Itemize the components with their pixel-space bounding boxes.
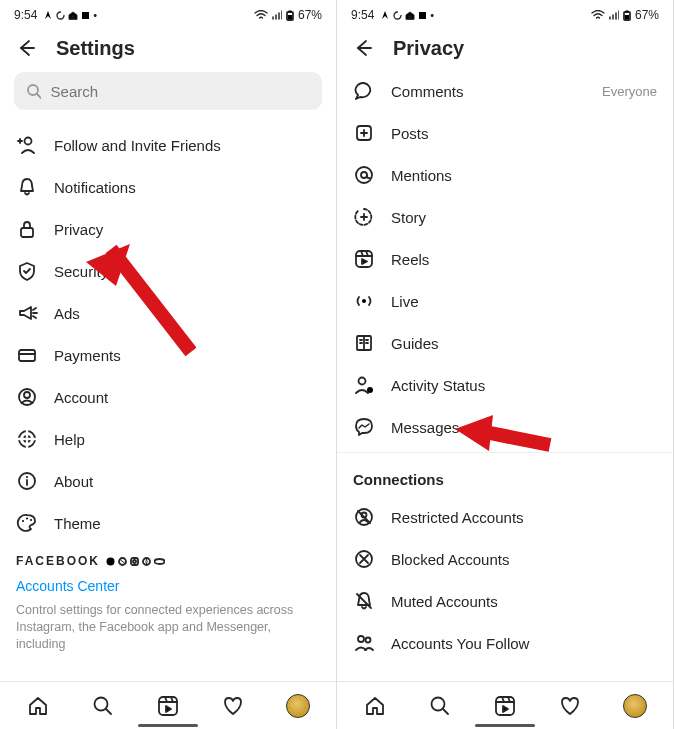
nav-home[interactable] [362, 693, 388, 719]
blocked-icon [353, 548, 375, 570]
comment-icon [353, 80, 375, 102]
item-label: Follow and Invite Friends [54, 137, 320, 154]
item-label: Privacy [54, 221, 320, 238]
nav-reels[interactable] [155, 693, 181, 719]
privacy-item-guides[interactable]: Guides [337, 322, 673, 364]
privacy-list: Comments Everyone Posts Mentions Story R… [337, 70, 673, 681]
search-icon [26, 83, 41, 99]
nav-reels[interactable] [492, 693, 518, 719]
status-app-icons: • [43, 9, 97, 21]
item-label: Guides [391, 335, 657, 352]
svg-point-17 [107, 557, 115, 565]
wifi-icon [254, 10, 268, 20]
settings-item-help[interactable]: Help [0, 418, 336, 460]
settings-item-account[interactable]: Account [0, 376, 336, 418]
nav-search[interactable] [427, 693, 453, 719]
header: Settings [0, 28, 336, 70]
svg-rect-28 [625, 15, 629, 19]
back-button[interactable] [351, 36, 375, 60]
privacy-item-restricted[interactable]: Restricted Accounts [337, 496, 673, 538]
svg-rect-2 [288, 10, 291, 12]
nav-profile[interactable] [622, 693, 648, 719]
item-label: Payments [54, 347, 320, 364]
privacy-item-mentions[interactable]: Mentions [337, 154, 673, 196]
privacy-item-live[interactable]: Live [337, 280, 673, 322]
search-bar[interactable] [14, 72, 322, 110]
settings-item-follow-invite[interactable]: Follow and Invite Friends [0, 124, 336, 166]
svg-point-41 [366, 638, 371, 643]
nav-activity[interactable] [220, 693, 246, 719]
facebook-block: FACEBOOK Accounts Center Control setting… [0, 544, 336, 653]
megaphone-icon [16, 302, 38, 324]
header: Privacy [337, 28, 673, 70]
settings-item-notifications[interactable]: Notifications [0, 166, 336, 208]
privacy-item-story[interactable]: Story [337, 196, 673, 238]
bottom-nav [337, 681, 673, 729]
wifi-icon [591, 10, 605, 20]
item-meta: Everyone [602, 84, 657, 99]
settings-screen: 9:54 • 67% Settings Follow and [0, 0, 337, 729]
restricted-icon [353, 506, 375, 528]
svg-point-9 [24, 392, 30, 398]
item-label: Accounts You Follow [391, 635, 657, 652]
privacy-item-reels[interactable]: Reels [337, 238, 673, 280]
item-label: Theme [54, 515, 320, 532]
svg-rect-25 [419, 12, 426, 19]
posts-icon [353, 122, 375, 144]
avatar-icon [286, 694, 310, 718]
svg-rect-43 [496, 697, 514, 715]
svg-point-33 [362, 299, 366, 303]
item-label: Restricted Accounts [391, 509, 657, 526]
item-label: Live [391, 293, 657, 310]
avatar-icon [623, 694, 647, 718]
settings-item-about[interactable]: About [0, 460, 336, 502]
divider [337, 452, 673, 453]
nav-activity[interactable] [557, 693, 583, 719]
item-label: Ads [54, 305, 320, 322]
privacy-item-posts[interactable]: Posts [337, 112, 673, 154]
item-label: Reels [391, 251, 657, 268]
search-input[interactable] [51, 83, 310, 100]
settings-item-privacy[interactable]: Privacy [0, 208, 336, 250]
shield-icon [16, 260, 38, 282]
privacy-item-messages[interactable]: Messages [337, 406, 673, 448]
item-label: Messages [391, 419, 657, 436]
nav-profile[interactable] [285, 693, 311, 719]
status-time: 9:54 [351, 8, 374, 22]
settings-item-payments[interactable]: Payments [0, 334, 336, 376]
story-icon [353, 206, 375, 228]
bottom-nav [0, 681, 336, 729]
item-label: Posts [391, 125, 657, 142]
settings-item-security[interactable]: Security [0, 250, 336, 292]
card-icon [16, 344, 38, 366]
reels-icon [353, 248, 375, 270]
page-title: Settings [56, 37, 135, 60]
privacy-item-muted[interactable]: Muted Accounts [337, 580, 673, 622]
privacy-item-accounts-follow[interactable]: Accounts You Follow [337, 622, 673, 664]
back-button[interactable] [14, 36, 38, 60]
help-icon [16, 428, 38, 450]
svg-rect-19 [131, 558, 138, 565]
nav-home[interactable] [25, 693, 51, 719]
privacy-item-blocked[interactable]: Blocked Accounts [337, 538, 673, 580]
nav-search[interactable] [90, 693, 116, 719]
account-icon [16, 386, 38, 408]
connections-title: Connections [337, 457, 673, 496]
signal-icon [272, 10, 282, 20]
settings-item-theme[interactable]: Theme [0, 502, 336, 544]
svg-rect-6 [21, 228, 33, 237]
guides-icon [353, 332, 375, 354]
settings-item-ads[interactable]: Ads [0, 292, 336, 334]
privacy-item-activity-status[interactable]: Activity Status [337, 364, 673, 406]
item-label: Help [54, 431, 320, 448]
item-label: Story [391, 209, 657, 226]
settings-list: Follow and Invite Friends Notifications … [0, 124, 336, 681]
svg-point-20 [133, 560, 136, 563]
privacy-screen: 9:54 • 67% Privacy Comments Everyone [337, 0, 674, 729]
privacy-item-comments[interactable]: Comments Everyone [337, 70, 673, 112]
accounts-center-link[interactable]: Accounts Center [16, 578, 320, 594]
status-bar: 9:54 • 67% [0, 0, 336, 28]
status-battery: 67% [298, 8, 322, 22]
facebook-description: Control settings for connected experienc… [16, 602, 320, 653]
info-icon [16, 470, 38, 492]
